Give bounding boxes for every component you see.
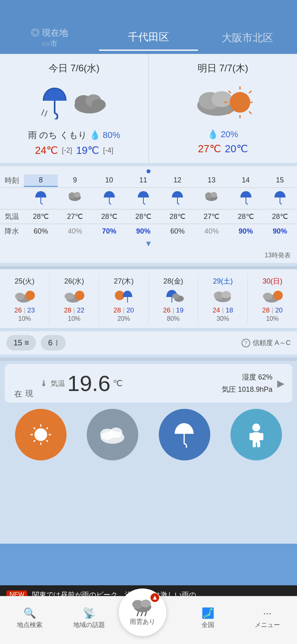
week-btn-15[interactable]: 15 ≡ <box>6 335 36 351</box>
hour-cell-14: 14 <box>229 174 263 187</box>
hour-temp-13: 27℃ <box>194 211 228 222</box>
week-temps-4: 24 | 18 <box>199 307 247 314</box>
week-cell-30(日): 30(日) 28 | 20 10% <box>248 274 297 325</box>
week-temps-2: 28 | 20 <box>100 307 147 314</box>
week-high: 24 <box>213 307 220 314</box>
svg-point-9 <box>211 91 232 107</box>
hourly-section: 時刻 89101112131415 気温 28℃27℃28℃28℃28℃27℃2… <box>0 166 297 263</box>
week-low: 19 <box>176 307 184 314</box>
hour-temp-14: 28℃ <box>229 211 263 222</box>
hour-rain-13: 40% <box>194 226 228 237</box>
icon-btn-cold[interactable] <box>230 409 282 460</box>
blue-dot-indicator <box>147 169 150 173</box>
search-icon: 🔍 <box>0 607 59 619</box>
svg-point-47 <box>273 291 283 300</box>
svg-point-61 <box>252 424 260 431</box>
today-temp-low: 19℃ <box>76 144 99 157</box>
current-arrow-icon[interactable]: ▶ <box>277 378 284 389</box>
svg-point-59 <box>110 427 122 438</box>
rain-row-label: 降水 <box>0 225 24 238</box>
current-right-info: 湿度 62% 気圧 1018.9hPa <box>222 371 272 395</box>
tab-osaka[interactable]: 大阪市北区 <box>198 24 297 50</box>
week-rain-1: 10% <box>50 315 98 322</box>
divider-2 <box>0 358 297 361</box>
hour-rain-9: 40% <box>58 226 92 237</box>
tab-location[interactable]: ◎ 現在地 ○○市 <box>0 20 99 54</box>
hour-cell-9: 9 <box>58 174 92 187</box>
hourly-temp-row: 気温 28℃27℃28℃28℃28℃27℃28℃28℃ <box>0 210 297 223</box>
svg-line-71 <box>137 611 139 616</box>
svg-marker-67 <box>153 596 157 600</box>
current-temp-unit: ℃ <box>113 378 123 389</box>
week-temps-1: 28 | 22 <box>50 307 98 314</box>
location-label: 現在地 <box>42 28 68 38</box>
week-temps-3: 26 | 19 <box>150 307 197 314</box>
svg-point-22 <box>74 192 80 197</box>
week-high: 28 <box>64 307 71 314</box>
rain-cloud-nav-icon <box>131 599 154 616</box>
today-weather-desc: 雨 のち くもり 💧 80% <box>6 129 142 141</box>
week-rain-5: 10% <box>249 315 296 322</box>
rain-badge <box>150 593 159 602</box>
cold-person-icon <box>246 422 267 448</box>
hour-rain-14: 90% <box>229 226 263 237</box>
svg-line-17 <box>249 91 251 93</box>
tomorrow-temp-low: 20℃ <box>225 143 248 155</box>
week-high: 26 <box>163 307 171 314</box>
svg-point-44 <box>221 291 231 298</box>
week-rain-0: 10% <box>1 315 48 322</box>
bottom-nav: 🔍 地点検索 📡 地域の話題 雨雲あり 🗾 全国 <box>0 596 297 644</box>
svg-line-2 <box>45 111 47 117</box>
week-rain-2: 20% <box>100 315 147 322</box>
week-rain-3: 80% <box>150 315 197 322</box>
publish-time: 13時発表 <box>0 250 297 261</box>
nav-news[interactable]: 📡 地域の話題 <box>59 607 119 629</box>
icon-btn-cloud[interactable] <box>87 409 138 460</box>
svg-point-28 <box>211 192 217 197</box>
tomorrow-label: 明日 7/7(木) <box>155 62 291 75</box>
tomorrow-weather-desc: 💧 20% <box>155 129 291 140</box>
nav-rain-label: 雨雲あり <box>130 618 155 626</box>
svg-line-53 <box>34 427 35 429</box>
week-low: 20 <box>275 307 283 314</box>
tab-chiyoda-label: 千代田区 <box>128 31 169 43</box>
nav-rain-cloud-button[interactable]: 雨雲あり <box>119 588 166 636</box>
nav-search[interactable]: 🔍 地点検索 <box>0 607 59 629</box>
week-btn-6[interactable]: 6 ⫶ <box>41 335 66 351</box>
week-rain-4: 30% <box>199 315 247 322</box>
icon-btn-umbrella[interactable] <box>159 409 210 460</box>
nav-menu[interactable]: ··· メニュー <box>238 607 297 629</box>
week-day-label: 26(水) <box>50 276 98 286</box>
svg-point-35 <box>65 293 74 300</box>
svg-rect-63 <box>249 433 253 440</box>
sun-icon-svg <box>29 423 53 447</box>
week-day-label: 27(木) <box>100 276 147 286</box>
icon-btn-sun[interactable] <box>15 409 67 460</box>
today-temp-high: 24℃ <box>35 144 58 157</box>
week-buttons-row: 15 ≡ 6 ⫶ ? 信頼度 A～C <box>0 331 297 355</box>
hour-rain-12: 60% <box>160 226 194 237</box>
nav-map[interactable]: 🗾 全国 <box>178 607 238 629</box>
svg-rect-64 <box>259 433 263 440</box>
weather-icons-row <box>0 406 297 460</box>
svg-line-56 <box>34 440 35 442</box>
trust-label: 信頼度 A～C <box>253 338 291 347</box>
hour-icon-8 <box>24 189 58 208</box>
today-icon-area <box>6 79 142 126</box>
tomorrow-icon-area <box>155 79 291 126</box>
hour-icon-14 <box>229 189 263 208</box>
hour-temp-11: 28℃ <box>126 211 160 222</box>
week-high: 28 <box>262 307 270 314</box>
svg-point-10 <box>230 92 250 113</box>
hour-icon-11 <box>126 189 160 208</box>
hour-temp-15: 28℃ <box>263 211 297 222</box>
week-low: 20 <box>126 307 134 314</box>
current-temp-value: 19.6 <box>67 370 110 396</box>
expand-button[interactable]: ▼ <box>0 238 297 250</box>
svg-point-36 <box>75 291 84 300</box>
svg-line-54 <box>46 440 48 442</box>
svg-point-32 <box>15 293 25 300</box>
hour-icon-10 <box>92 189 126 208</box>
tab-chiyoda[interactable]: 千代田区 <box>99 23 198 51</box>
tomorrow-temp-high: 27℃ <box>198 143 221 155</box>
